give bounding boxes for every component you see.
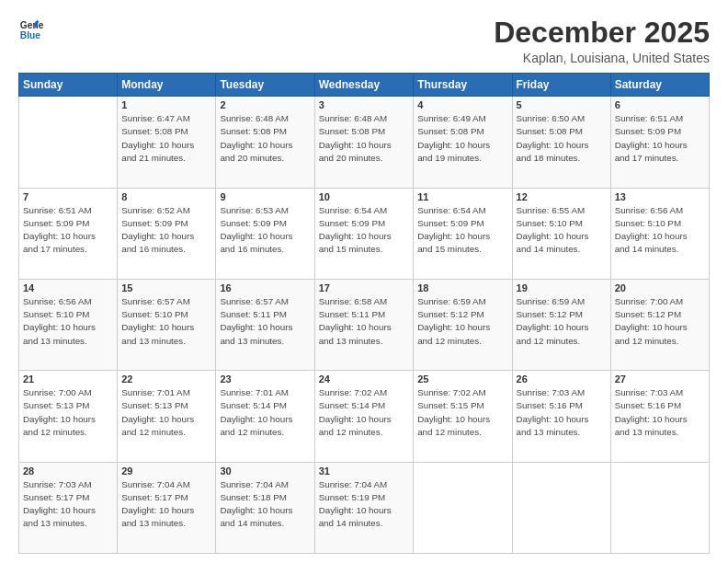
day-number: 5 [517,99,607,110]
day-number: 13 [615,191,705,202]
header: General Blue General Blue December 2025 … [18,17,710,65]
day-number: 15 [121,282,211,293]
calendar-cell: 20Sunrise: 7:00 AMSunset: 5:12 PMDayligh… [610,279,709,370]
day-number: 30 [220,465,310,477]
day-info: Sunrise: 6:48 AMSunset: 5:08 PMDaylight:… [220,112,310,165]
day-number: 19 [517,282,607,293]
day-info: Sunrise: 6:56 AMSunset: 5:10 PMDaylight:… [23,295,113,348]
calendar-cell: 21Sunrise: 7:00 AMSunset: 5:13 PMDayligh… [19,371,118,462]
day-number: 22 [121,373,211,385]
calendar-cell: 28Sunrise: 7:03 AMSunset: 5:17 PMDayligh… [19,462,118,553]
calendar-cell [512,462,610,553]
day-info: Sunrise: 6:54 AMSunset: 5:09 PMDaylight:… [417,204,507,257]
day-info: Sunrise: 6:59 AMSunset: 5:12 PMDaylight:… [517,295,607,348]
calendar-cell: 2Sunrise: 6:48 AMSunset: 5:08 PMDaylight… [216,97,314,188]
day-number: 11 [417,191,507,202]
day-info: Sunrise: 6:59 AMSunset: 5:12 PMDaylight:… [417,295,507,348]
day-number: 23 [220,373,310,385]
calendar-cell: 13Sunrise: 6:56 AMSunset: 5:10 PMDayligh… [610,188,709,279]
calendar-cell: 24Sunrise: 7:02 AMSunset: 5:14 PMDayligh… [314,371,414,462]
weekday-header-row: SundayMondayTuesdayWednesdayThursdayFrid… [19,74,710,97]
day-number: 17 [319,282,410,293]
day-number: 12 [517,191,607,202]
calendar-cell: 25Sunrise: 7:02 AMSunset: 5:15 PMDayligh… [414,371,512,462]
svg-text:General: General [20,20,44,30]
calendar-cell: 15Sunrise: 6:57 AMSunset: 5:10 PMDayligh… [118,279,216,370]
day-info: Sunrise: 7:02 AMSunset: 5:15 PMDaylight:… [417,386,507,439]
day-info: Sunrise: 7:00 AMSunset: 5:13 PMDaylight:… [23,386,113,439]
day-number: 16 [220,282,310,293]
day-info: Sunrise: 6:48 AMSunset: 5:08 PMDaylight:… [319,112,410,165]
day-number: 7 [23,191,113,202]
calendar-cell: 10Sunrise: 6:54 AMSunset: 5:09 PMDayligh… [314,188,414,279]
day-info: Sunrise: 6:49 AMSunset: 5:08 PMDaylight:… [417,112,507,165]
week-row-4: 21Sunrise: 7:00 AMSunset: 5:13 PMDayligh… [19,371,710,462]
day-info: Sunrise: 7:01 AMSunset: 5:13 PMDaylight:… [121,386,211,439]
calendar-cell: 27Sunrise: 7:03 AMSunset: 5:16 PMDayligh… [610,371,709,462]
day-info: Sunrise: 6:54 AMSunset: 5:09 PMDaylight:… [319,204,410,257]
weekday-header-tuesday: Tuesday [216,74,314,97]
weekday-header-sunday: Sunday [19,74,118,97]
calendar-cell: 12Sunrise: 6:55 AMSunset: 5:10 PMDayligh… [512,188,610,279]
day-info: Sunrise: 7:01 AMSunset: 5:14 PMDaylight:… [220,386,310,439]
day-number: 25 [417,373,507,385]
day-info: Sunrise: 6:51 AMSunset: 5:09 PMDaylight:… [615,112,705,165]
day-number: 28 [23,465,113,477]
weekday-header-friday: Friday [512,74,610,97]
day-info: Sunrise: 6:47 AMSunset: 5:08 PMDaylight:… [121,112,211,165]
calendar-cell: 23Sunrise: 7:01 AMSunset: 5:14 PMDayligh… [216,371,314,462]
day-info: Sunrise: 7:03 AMSunset: 5:16 PMDaylight:… [615,386,705,439]
day-number: 20 [615,282,705,293]
calendar-cell [610,462,709,553]
day-info: Sunrise: 7:03 AMSunset: 5:17 PMDaylight:… [23,478,113,531]
day-number: 1 [121,99,211,110]
day-info: Sunrise: 6:50 AMSunset: 5:08 PMDaylight:… [517,112,607,165]
day-info: Sunrise: 7:04 AMSunset: 5:17 PMDaylight:… [121,478,211,531]
day-info: Sunrise: 6:56 AMSunset: 5:10 PMDaylight:… [615,204,705,257]
calendar-cell: 29Sunrise: 7:04 AMSunset: 5:17 PMDayligh… [118,462,216,553]
calendar-cell: 8Sunrise: 6:52 AMSunset: 5:09 PMDaylight… [118,188,216,279]
calendar-cell: 31Sunrise: 7:04 AMSunset: 5:19 PMDayligh… [314,462,414,553]
logo-icon: General Blue [18,17,44,42]
day-number: 21 [23,373,113,385]
calendar-table: SundayMondayTuesdayWednesdayThursdayFrid… [18,73,710,554]
calendar-cell: 7Sunrise: 6:51 AMSunset: 5:09 PMDaylight… [19,188,118,279]
day-info: Sunrise: 6:55 AMSunset: 5:10 PMDaylight:… [517,204,607,257]
week-row-2: 7Sunrise: 6:51 AMSunset: 5:09 PMDaylight… [19,188,710,279]
subtitle: Kaplan, Louisiana, United States [494,51,710,65]
day-number: 27 [615,373,705,385]
calendar-cell: 16Sunrise: 6:57 AMSunset: 5:11 PMDayligh… [216,279,314,370]
day-number: 31 [319,465,410,477]
weekday-header-saturday: Saturday [610,74,709,97]
title-block: December 2025 Kaplan, Louisiana, United … [494,17,710,65]
day-info: Sunrise: 7:02 AMSunset: 5:14 PMDaylight:… [319,386,410,439]
day-number: 9 [220,191,310,202]
day-info: Sunrise: 6:53 AMSunset: 5:09 PMDaylight:… [220,204,310,257]
day-info: Sunrise: 7:03 AMSunset: 5:16 PMDaylight:… [517,386,607,439]
main-title: December 2025 [494,17,710,49]
weekday-header-thursday: Thursday [414,74,512,97]
calendar-cell: 26Sunrise: 7:03 AMSunset: 5:16 PMDayligh… [512,371,610,462]
svg-text:Blue: Blue [20,30,41,40]
week-row-3: 14Sunrise: 6:56 AMSunset: 5:10 PMDayligh… [19,279,710,370]
weekday-header-wednesday: Wednesday [314,74,414,97]
day-info: Sunrise: 7:04 AMSunset: 5:18 PMDaylight:… [220,478,310,531]
calendar-cell: 4Sunrise: 6:49 AMSunset: 5:08 PMDaylight… [414,97,512,188]
day-info: Sunrise: 7:04 AMSunset: 5:19 PMDaylight:… [319,478,410,531]
calendar-cell: 11Sunrise: 6:54 AMSunset: 5:09 PMDayligh… [414,188,512,279]
day-number: 26 [517,373,607,385]
day-number: 4 [417,99,507,110]
day-info: Sunrise: 6:51 AMSunset: 5:09 PMDaylight:… [23,204,113,257]
calendar-cell: 5Sunrise: 6:50 AMSunset: 5:08 PMDaylight… [512,97,610,188]
day-number: 6 [615,99,705,110]
calendar-page: General Blue General Blue December 2025 … [0,0,728,563]
calendar-cell: 30Sunrise: 7:04 AMSunset: 5:18 PMDayligh… [216,462,314,553]
logo: General Blue General Blue [18,17,44,42]
day-info: Sunrise: 6:57 AMSunset: 5:11 PMDaylight:… [220,295,310,348]
calendar-cell [19,97,118,188]
day-number: 29 [121,465,211,477]
calendar-cell: 1Sunrise: 6:47 AMSunset: 5:08 PMDaylight… [118,97,216,188]
day-number: 18 [417,282,507,293]
calendar-cell: 6Sunrise: 6:51 AMSunset: 5:09 PMDaylight… [610,97,709,188]
day-number: 14 [23,282,113,293]
